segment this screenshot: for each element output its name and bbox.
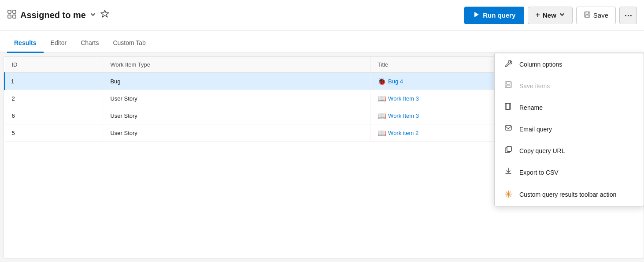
dropdown-item-custom-action[interactable]: ✳ Custom query results toolbar action xyxy=(495,183,644,206)
more-icon: ⋯ xyxy=(624,11,632,20)
dropdown-item-column-options[interactable]: Column options xyxy=(495,53,644,75)
save-items-icon xyxy=(503,81,513,91)
plus-icon: + xyxy=(535,11,540,20)
asterisk-icon: ✳ xyxy=(503,189,513,200)
header: Assigned to me Run query + New xyxy=(0,0,644,31)
dropdown-item-export-csv[interactable]: Export to CSV xyxy=(495,161,644,183)
copy-url-label: Copy query URL xyxy=(519,147,565,154)
new-label: New xyxy=(543,11,556,19)
svg-rect-2 xyxy=(8,15,11,18)
svg-rect-7 xyxy=(585,15,589,17)
svg-rect-13 xyxy=(505,126,511,130)
header-right: Run query + New Save ⋯ xyxy=(464,7,637,24)
save-items-label: Save items xyxy=(519,82,550,90)
download-icon xyxy=(503,167,513,177)
col-id: ID xyxy=(5,57,103,73)
cell-id: 2 xyxy=(5,90,103,107)
dropdown-item-rename[interactable]: Rename xyxy=(495,97,644,118)
svg-rect-9 xyxy=(507,82,510,84)
save-button[interactable]: Save xyxy=(576,7,616,24)
run-query-button[interactable]: Run query xyxy=(464,7,524,24)
cell-type: Bug xyxy=(103,73,370,90)
svg-rect-16 xyxy=(507,146,511,151)
tab-charts[interactable]: Charts xyxy=(74,34,106,53)
new-button[interactable]: + New xyxy=(528,7,572,24)
tab-results[interactable]: Results xyxy=(7,34,44,53)
column-options-label: Column options xyxy=(519,61,562,68)
dropdown-item-email-query[interactable]: Email query xyxy=(495,118,644,140)
tab-editor[interactable]: Editor xyxy=(44,34,74,53)
save-icon xyxy=(584,11,591,19)
svg-rect-8 xyxy=(505,82,511,88)
cell-type: User Story xyxy=(103,90,370,107)
cell-id: 1 xyxy=(5,73,103,90)
save-label: Save xyxy=(593,11,608,19)
svg-marker-4 xyxy=(474,12,479,17)
svg-rect-3 xyxy=(13,15,16,18)
copy-url-icon xyxy=(503,146,513,156)
col-work-item-type: Work Item Type xyxy=(103,57,370,73)
play-icon xyxy=(473,11,479,19)
favorite-star-icon[interactable] xyxy=(100,9,110,21)
page-title: Assigned to me xyxy=(20,10,86,20)
run-query-label: Run query xyxy=(483,11,515,19)
dropdown-menu: Column options Save items Rename xyxy=(494,53,644,206)
cell-type: User Story xyxy=(103,107,370,124)
dropdown-item-save-items: Save items xyxy=(495,75,644,97)
custom-action-label: Custom query results toolbar action xyxy=(519,191,616,198)
new-chevron-icon xyxy=(559,11,565,19)
email-icon xyxy=(503,124,513,134)
rename-label: Rename xyxy=(519,104,543,111)
more-options-button[interactable]: ⋯ xyxy=(619,7,637,24)
user-story-icon: 📖 xyxy=(378,112,385,120)
rename-icon xyxy=(503,102,513,112)
tabs-bar: Results Editor Charts Custom Tab xyxy=(0,31,644,53)
cell-id: 6 xyxy=(5,107,103,124)
svg-rect-1 xyxy=(13,10,16,13)
svg-rect-10 xyxy=(507,85,510,87)
export-csv-label: Export to CSV xyxy=(519,169,559,176)
cell-id: 5 xyxy=(5,124,103,142)
dropdown-item-copy-url[interactable]: Copy query URL xyxy=(495,140,644,161)
svg-rect-6 xyxy=(586,12,588,14)
cell-type: User Story xyxy=(103,124,370,142)
tab-custom-tab[interactable]: Custom Tab xyxy=(106,34,152,53)
main-content: ID Work Item Type Title 1 Bug 🐞 Bug 4 xyxy=(0,53,644,262)
email-query-label: Email query xyxy=(519,126,552,133)
bug-icon: 🐞 xyxy=(378,77,385,85)
header-left: Assigned to me xyxy=(7,9,459,21)
user-story-icon: 📖 xyxy=(378,94,385,102)
grid-icon xyxy=(7,9,17,21)
svg-rect-0 xyxy=(8,10,11,13)
title-dropdown-chevron[interactable] xyxy=(89,11,96,19)
wrench-icon xyxy=(503,59,513,69)
user-story-icon: 📖 xyxy=(378,129,385,137)
